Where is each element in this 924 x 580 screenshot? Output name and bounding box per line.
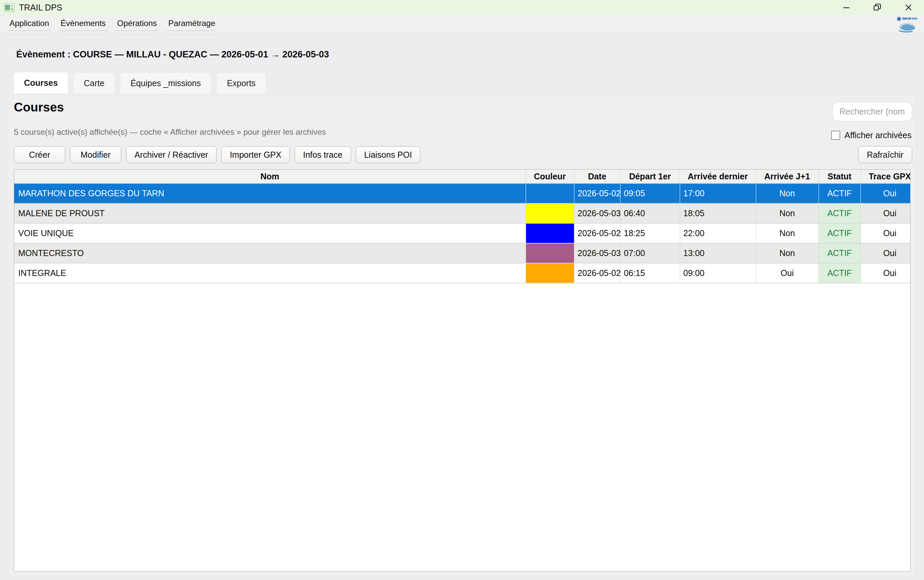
cell-statut[interactable]: ACTIF [819, 263, 860, 283]
table-row[interactable]: INTEGRALE2026-05-0206:1509:00OuiACTIFOui [14, 263, 911, 283]
cell-date[interactable]: 2026-05-02 [574, 263, 620, 283]
cell-date[interactable]: 2026-05-03 [574, 203, 620, 223]
cell-couleur-swatch[interactable] [526, 203, 574, 223]
cell-depart-1er[interactable]: 06:40 [620, 203, 680, 223]
cell-nom[interactable]: MONTECRESTO [14, 243, 526, 263]
cell-statut[interactable]: ACTIF [819, 223, 860, 243]
cell-arrivee-j1[interactable]: Non [756, 203, 819, 223]
table-row[interactable]: MONTECRESTO2026-05-0307:0013:00NonACTIFO… [14, 243, 911, 263]
cell-statut[interactable]: ACTIF [819, 243, 860, 263]
window-titlebar: TRAIL DPS [0, 0, 924, 15]
cell-nom[interactable]: INTEGRALE [14, 263, 526, 283]
tab-equipes-missions[interactable]: Équipes _missions [120, 72, 211, 94]
cell-couleur-swatch[interactable] [526, 263, 574, 283]
tab-exports[interactable]: Exports [217, 72, 266, 94]
cell-nom[interactable]: MARATHON DES GORGES DU TARN [14, 183, 526, 203]
cell-trace-gpx[interactable]: Oui [860, 263, 911, 283]
courses-count-hint: 5 course(s) active(s) affichée(s) — coch… [14, 127, 326, 137]
cell-arrivee-dernier[interactable]: 13:00 [680, 243, 756, 263]
cell-nom[interactable]: MALENE DE PROUST [14, 203, 526, 223]
cell-couleur-swatch[interactable] [526, 243, 574, 263]
poi-links-button[interactable]: Liaisons POI [356, 146, 421, 163]
menu-parametrage[interactable]: Paramétrage [166, 18, 217, 31]
cell-trace-gpx[interactable]: Oui [860, 183, 911, 203]
cell-depart-1er[interactable]: 06:15 [620, 263, 680, 283]
cell-date[interactable]: 2026-05-02 [574, 223, 620, 243]
table-row[interactable]: VOIE UNIQUE2026-05-0218:2522:00NonACTIFO… [14, 223, 911, 243]
courses-panel: Courses 5 course(s) active(s) affichée(s… [8, 95, 916, 576]
import-gpx-button[interactable]: Importer GPX [221, 146, 290, 163]
org-logo [896, 16, 919, 35]
tab-carte[interactable]: Carte [73, 72, 115, 94]
show-archived-row: Afficher archivées [831, 130, 911, 140]
cell-arrivee-dernier[interactable]: 09:00 [680, 263, 756, 283]
page-title: Courses [14, 101, 64, 115]
cell-depart-1er[interactable]: 09:05 [620, 183, 680, 203]
column-header-trace-gpx[interactable]: Trace GPX [860, 170, 911, 183]
column-header-nom[interactable]: Nom [14, 170, 526, 183]
close-button[interactable] [893, 0, 924, 15]
tab-courses[interactable]: Courses [13, 72, 68, 94]
show-archived-label: Afficher archivées [845, 130, 911, 140]
table-header-row: NomCouleurDateDépart 1erArrivée dernierA… [14, 170, 911, 183]
cell-trace-gpx[interactable]: Oui [860, 243, 911, 263]
cell-depart-1er[interactable]: 07:00 [620, 243, 680, 263]
menu-evenements[interactable]: Évènements [58, 18, 107, 31]
window-controls [831, 0, 924, 15]
menu-bar: Application Évènements Opérations Paramé… [0, 15, 924, 34]
cell-statut[interactable]: ACTIF [819, 183, 860, 203]
maximize-restore-button[interactable] [862, 0, 893, 15]
show-archived-checkbox[interactable] [831, 131, 840, 140]
cell-trace-gpx[interactable]: Oui [860, 203, 911, 223]
trace-info-button[interactable]: Infos trace [295, 146, 351, 163]
cell-arrivee-j1[interactable]: Non [756, 223, 819, 243]
cell-arrivee-j1[interactable]: Oui [756, 263, 819, 283]
cell-couleur-swatch[interactable] [526, 223, 574, 243]
column-header-couleur[interactable]: Couleur [526, 170, 574, 183]
cell-date[interactable]: 2026-05-03 [574, 243, 620, 263]
cell-arrivee-dernier[interactable]: 22:00 [680, 223, 756, 243]
column-header-date[interactable]: Date [574, 170, 620, 183]
cell-statut[interactable]: ACTIF [819, 203, 860, 223]
table-row[interactable]: MARATHON DES GORGES DU TARN2026-05-0209:… [14, 183, 911, 203]
refresh-button[interactable]: Rafraîchir [858, 146, 912, 163]
column-header-d-part-1er[interactable]: Départ 1er [620, 170, 680, 183]
cell-trace-gpx[interactable]: Oui [860, 223, 911, 243]
archive-reactivate-button[interactable]: Archiver / Réactiver [126, 146, 217, 163]
cell-depart-1er[interactable]: 18:25 [620, 223, 680, 243]
create-button[interactable]: Créer [14, 146, 65, 163]
tab-strip: Courses Carte Équipes _missions Exports [8, 72, 924, 94]
courses-toolbar: Créer Modifier Archiver / Réactiver Impo… [14, 146, 420, 163]
cell-arrivee-j1[interactable]: Non [756, 243, 819, 263]
courses-table: NomCouleurDateDépart 1erArrivée dernierA… [14, 169, 911, 572]
cell-date[interactable]: 2026-05-02 [574, 183, 620, 203]
minimize-button[interactable] [831, 0, 862, 15]
column-header-arriv-e-j-1[interactable]: Arrivée J+1 [756, 170, 819, 183]
table-row[interactable]: MALENE DE PROUST2026-05-0306:4018:05NonA… [14, 203, 911, 223]
cell-arrivee-dernier[interactable]: 17:00 [680, 183, 756, 203]
cell-couleur-swatch[interactable] [526, 183, 574, 203]
column-header-statut[interactable]: Statut [819, 170, 860, 183]
cell-arrivee-j1[interactable]: Non [756, 183, 819, 203]
search-input[interactable] [832, 102, 912, 121]
app-icon [4, 3, 14, 12]
menu-operations[interactable]: Opérations [115, 18, 159, 31]
menu-application[interactable]: Application [7, 18, 51, 31]
event-banner: Évènement : COURSE — MILLAU - QUEZAC — 2… [16, 49, 924, 60]
window-title: TRAIL DPS [19, 3, 62, 13]
column-header-arriv-e-dernier[interactable]: Arrivée dernier [680, 170, 756, 183]
cell-arrivee-dernier[interactable]: 18:05 [680, 203, 756, 223]
modify-button[interactable]: Modifier [70, 146, 121, 163]
cell-nom[interactable]: VOIE UNIQUE [14, 223, 526, 243]
